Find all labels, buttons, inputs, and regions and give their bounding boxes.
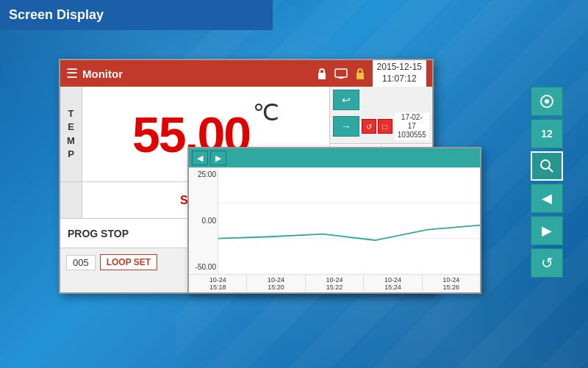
sv-label-col <box>60 182 82 218</box>
datetime-line1: 2015-12-15 <box>377 62 422 73</box>
svg-rect-3 <box>356 73 364 79</box>
y-label-mid: 0.00 <box>190 217 216 225</box>
x-label-4-line2: 15:26 <box>423 284 480 291</box>
x-label-3-line1: 10-24 <box>364 276 421 284</box>
y-axis: 25:00 0.00 -50.00 <box>189 167 218 274</box>
x-label-1-line1: 10-24 <box>247 276 304 284</box>
temp-label-p: P <box>68 148 74 161</box>
icon-btn-1[interactable]: ↺ <box>362 119 376 134</box>
graph-nav-left[interactable]: ◀ <box>192 151 208 165</box>
graph-header: ◀ ▶ <box>189 148 480 167</box>
y-label-bot: -50.00 <box>190 263 216 271</box>
svg-rect-0 <box>318 73 326 79</box>
sidebar-right-btn[interactable]: ▶ <box>531 216 563 245</box>
svg-point-8 <box>541 160 550 169</box>
graph-nav-right[interactable]: ▶ <box>210 151 226 165</box>
nav-arrow-right[interactable]: → <box>333 116 359 137</box>
right-nav-second: → ↺ □ 17-02-17 1030555 <box>333 112 429 140</box>
lock2-icon-btn[interactable] <box>352 65 368 82</box>
icon-btns: ↺ □ <box>362 119 392 134</box>
temp-label-t: T <box>68 107 74 120</box>
y-label-top: 25:00 <box>190 170 216 178</box>
title-icons <box>314 65 368 82</box>
datetime-line2: 11:07:12 <box>377 73 422 85</box>
date-small-line2: 1030555 <box>398 131 426 140</box>
svg-point-7 <box>545 99 549 104</box>
sidebar-undo-btn[interactable]: ↺ <box>531 248 563 278</box>
sidebar-refresh-btn[interactable] <box>531 87 563 116</box>
monitor-title: Monitor <box>82 68 309 80</box>
x-label-2-line2: 15:22 <box>306 284 363 291</box>
temp-label-m: M <box>67 134 75 148</box>
datetime-box: 2015-12-15 11:07:12 <box>373 60 426 86</box>
sidebar-left-btn[interactable]: ◀ <box>531 184 563 213</box>
right-arrow-icon: ▶ <box>542 223 552 239</box>
x-axis-row: 10-24 15:18 10-24 15:20 10-24 15:22 10-2… <box>189 274 480 292</box>
x-label-1: 10-24 15:20 <box>247 275 305 292</box>
svg-rect-2 <box>339 77 343 79</box>
right-sidebar: 12 ◀ ▶ ↺ <box>531 87 566 278</box>
temp-label-col: T E M P <box>60 87 82 181</box>
graph-axis-area: 25:00 0.00 -50.00 <box>189 167 480 274</box>
x-label-1-line2: 15:20 <box>247 284 304 291</box>
x-label-4: 10-24 15:26 <box>423 275 480 292</box>
x-label-3: 10-24 15:24 <box>364 275 422 292</box>
x-label-2-line1: 10-24 <box>306 276 363 284</box>
lock-icon-btn[interactable] <box>314 65 330 82</box>
x-label-0-line2: 15:18 <box>189 284 246 291</box>
temp-unit: ℃ <box>253 98 279 126</box>
x-label-4-line1: 10-24 <box>423 276 480 284</box>
graph-window: ◀ ▶ 25:00 0.00 -50.00 10-24 15:18 <box>187 147 481 294</box>
header-bar: Screen Display <box>0 0 273 30</box>
x-label-3-line2: 15:24 <box>364 284 421 291</box>
left-arrow-icon: ◀ <box>542 190 552 206</box>
sidebar-search-btn[interactable] <box>531 151 563 181</box>
temp-label-e: E <box>68 120 74 134</box>
svg-rect-1 <box>335 69 347 77</box>
x-label-0-line1: 10-24 <box>189 276 246 284</box>
page-title: Screen Display <box>9 7 104 23</box>
calendar-icon: 12 <box>541 128 553 140</box>
undo-icon: ↺ <box>541 254 553 272</box>
right-nav-top: ↩ → ↺ □ 17-02-17 1030555 <box>330 87 432 144</box>
loop-number: 005 <box>66 255 96 270</box>
screen-icon-btn[interactable] <box>333 65 349 82</box>
loop-set-button[interactable]: LOOP SET <box>100 254 157 270</box>
menu-icon: ☰ <box>66 65 78 82</box>
icon-btn-2[interactable]: □ <box>378 119 392 134</box>
x-label-0: 10-24 15:18 <box>189 275 247 292</box>
date-small-line1: 17-02-17 <box>398 113 426 131</box>
graph-body: 25:00 0.00 -50.00 10-24 15:18 10-24 15:2… <box>189 167 480 292</box>
graph-area <box>218 167 480 274</box>
nav-arrow-up[interactable]: ↩ <box>333 90 359 110</box>
x-label-2: 10-24 15:22 <box>306 275 364 292</box>
sidebar-calendar-btn[interactable]: 12 <box>531 119 563 148</box>
date-small-box: 17-02-17 1030555 <box>395 112 429 140</box>
svg-line-9 <box>549 168 553 172</box>
monitor-titlebar: ☰ Monitor <box>60 60 432 87</box>
